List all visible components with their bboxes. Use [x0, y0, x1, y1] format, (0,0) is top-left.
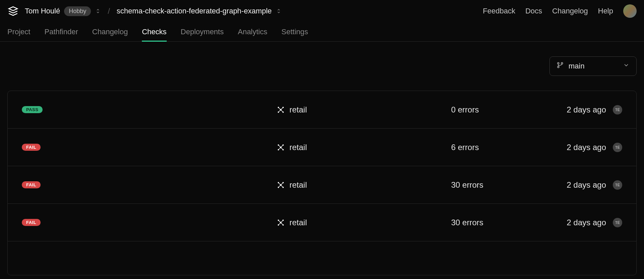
tabs: ProjectPathfinderChangelogChecksDeployme…: [0, 22, 644, 42]
svg-point-1: [557, 66, 559, 68]
svg-line-29: [281, 185, 283, 187]
check-status-cell: FAIL: [22, 144, 277, 151]
project-switcher[interactable]: schema-check-action-federated-graph-exam…: [117, 7, 282, 15]
table-empty-space: [8, 241, 636, 275]
check-time-cell: 2 days agoTÉ: [558, 143, 622, 152]
svg-point-2: [561, 62, 563, 64]
changelog-link[interactable]: Changelog: [552, 7, 588, 15]
toolbar: main: [7, 56, 637, 76]
check-timestamp: 2 days ago: [567, 143, 606, 152]
author-avatar: TÉ: [613, 143, 622, 152]
check-timestamp: 2 days ago: [567, 105, 606, 114]
subgraph-name: retail: [289, 105, 307, 114]
svg-line-37: [278, 223, 281, 225]
header: Tom Houlé Hobby / schema-check-action-fe…: [0, 0, 644, 22]
account-name: Tom Houlé: [25, 7, 60, 15]
subgraph-icon: [277, 181, 285, 189]
chevron-down-icon: [623, 62, 630, 71]
svg-line-11: [281, 110, 283, 112]
header-right: Feedback Docs Changelog Help: [483, 4, 637, 18]
tab-settings[interactable]: Settings: [281, 22, 308, 41]
content: main PASSretail0 errors2 days agoTÉFAILr…: [0, 42, 644, 275]
svg-line-10: [278, 110, 281, 112]
docs-link[interactable]: Docs: [525, 7, 542, 15]
status-badge: FAIL: [22, 144, 41, 151]
status-badge: FAIL: [22, 219, 41, 226]
checks-table: PASSretail0 errors2 days agoTÉFAILretail…: [7, 91, 637, 275]
svg-line-38: [281, 223, 283, 225]
check-time-cell: 2 days agoTÉ: [558, 180, 622, 190]
feedback-link[interactable]: Feedback: [483, 7, 516, 15]
svg-line-20: [281, 147, 283, 150]
svg-line-8: [278, 107, 281, 110]
check-time-cell: 2 days agoTÉ: [558, 105, 622, 114]
subgraph-icon: [277, 106, 285, 114]
plan-badge: Hobby: [64, 6, 91, 16]
branch-icon: [556, 61, 564, 71]
check-status-cell: FAIL: [22, 219, 277, 226]
check-status-cell: FAIL: [22, 181, 277, 188]
check-row[interactable]: FAILretail6 errors2 days agoTÉ: [8, 129, 636, 166]
branch-selector[interactable]: main: [549, 56, 637, 76]
svg-point-0: [557, 62, 559, 64]
breadcrumb-separator: /: [108, 6, 110, 16]
subgraph-name: retail: [289, 180, 307, 190]
header-left: Tom Houlé Hobby / schema-check-action-fe…: [7, 5, 282, 17]
subgraph-name: retail: [289, 143, 307, 152]
account-switcher[interactable]: Tom Houlé Hobby: [25, 6, 101, 16]
check-status-cell: PASS: [22, 106, 277, 113]
check-row[interactable]: PASSretail0 errors2 days agoTÉ: [8, 91, 636, 129]
svg-line-28: [278, 185, 281, 187]
svg-line-35: [278, 220, 281, 223]
avatar[interactable]: [623, 4, 637, 18]
check-errors-cell: 30 errors: [451, 180, 558, 190]
tab-deployments[interactable]: Deployments: [181, 22, 224, 41]
chevron-updown-icon: [95, 8, 101, 14]
check-errors-cell: 30 errors: [451, 218, 558, 227]
check-row[interactable]: FAILretail30 errors2 days agoTÉ: [8, 166, 636, 204]
check-subgraph-cell: retail: [277, 143, 451, 152]
logo-icon[interactable]: [7, 5, 19, 17]
subgraph-icon: [277, 143, 285, 151]
svg-line-9: [281, 107, 283, 110]
breadcrumb: Tom Houlé Hobby / schema-check-action-fe…: [25, 6, 282, 16]
check-subgraph-cell: retail: [277, 105, 451, 114]
check-errors-cell: 6 errors: [451, 143, 558, 152]
subgraph-icon: [277, 219, 285, 227]
check-subgraph-cell: retail: [277, 180, 451, 190]
tab-analytics[interactable]: Analytics: [238, 22, 267, 41]
svg-line-19: [278, 147, 281, 150]
tab-pathfinder[interactable]: Pathfinder: [44, 22, 78, 41]
check-subgraph-cell: retail: [277, 218, 451, 227]
author-avatar: TÉ: [613, 180, 622, 190]
check-time-cell: 2 days agoTÉ: [558, 218, 622, 227]
help-link[interactable]: Help: [598, 7, 613, 15]
author-avatar: TÉ: [613, 105, 622, 114]
svg-line-17: [278, 145, 281, 147]
tab-project[interactable]: Project: [7, 22, 30, 41]
subgraph-name: retail: [289, 218, 307, 227]
check-errors-cell: 0 errors: [451, 105, 558, 114]
tab-checks[interactable]: Checks: [142, 22, 166, 41]
project-name: schema-check-action-federated-graph-exam…: [117, 7, 272, 15]
check-timestamp: 2 days ago: [567, 218, 606, 227]
check-row[interactable]: FAILretail30 errors2 days agoTÉ: [8, 204, 636, 241]
svg-line-36: [281, 220, 283, 223]
branch-name: main: [569, 62, 585, 71]
chevron-updown-icon: [276, 8, 282, 14]
check-timestamp: 2 days ago: [567, 180, 606, 190]
status-badge: PASS: [22, 106, 43, 113]
status-badge: FAIL: [22, 181, 41, 188]
author-avatar: TÉ: [613, 218, 622, 227]
svg-line-18: [281, 145, 283, 147]
svg-line-26: [278, 183, 281, 185]
svg-line-27: [281, 183, 283, 185]
tab-changelog[interactable]: Changelog: [92, 22, 128, 41]
